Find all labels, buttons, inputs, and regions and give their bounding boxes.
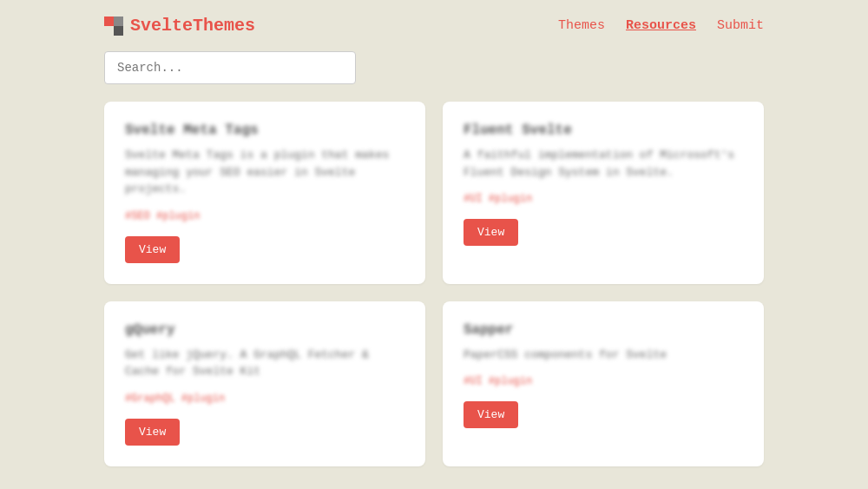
nav-resources[interactable]: Resources [626,18,696,33]
card-tags: #UI #plugin [464,375,743,387]
svg-rect-0 [104,17,114,26]
card-title: Svelte Meta Tags [125,122,404,138]
tag: #GraphQL #plugin [125,393,225,405]
tag: #UI #plugin [464,193,532,205]
main-nav: Themes Resources Submit [558,18,764,33]
card-title: Sapper [464,322,743,338]
search-container [104,51,764,84]
card-description: A faithful implementation of Microsoft's… [464,147,743,181]
view-button[interactable]: View [125,236,180,263]
search-input[interactable] [104,51,356,84]
card-description: Get like jQuery. A GraphQL Fetcher & Cac… [125,347,404,380]
main-content: Svelte Meta Tags Svelte Meta Tags is a p… [0,51,868,466]
card-tags: #GraphQL #plugin [125,393,404,405]
view-button[interactable]: View [464,219,518,246]
nav-submit[interactable]: Submit [717,18,764,33]
tag: #UI #plugin [464,375,532,387]
card-description: Svelte Meta Tags is a plugin that makes … [125,147,404,198]
header: SvelteThemes Themes Resources Submit [0,0,868,51]
card-fluent-svelte: Fluent Svelte A faithful implementation … [443,102,764,284]
logo-text: SvelteThemes [130,16,255,36]
cards-grid: Svelte Meta Tags Svelte Meta Tags is a p… [104,102,764,466]
card-sapper: Sapper PaperCSS components for Svelte #U… [443,301,764,466]
card-description: PaperCSS components for Svelte [464,347,743,364]
card-tags: #SEO #plugin [125,210,404,222]
card-title: gQuery [125,322,404,338]
card-title: Fluent Svelte [464,122,743,138]
logo: SvelteThemes [104,16,255,36]
svg-rect-2 [114,17,123,26]
card-gquery: gQuery Get like jQuery. A GraphQL Fetche… [104,301,425,466]
tag: #SEO #plugin [125,210,200,222]
svg-rect-1 [114,26,123,36]
view-button[interactable]: View [464,401,518,428]
card-tags: #UI #plugin [464,193,743,205]
view-button[interactable]: View [125,419,180,446]
card-svelte-meta-tags: Svelte Meta Tags Svelte Meta Tags is a p… [104,102,425,284]
nav-themes[interactable]: Themes [558,18,605,33]
logo-icon [104,17,123,36]
